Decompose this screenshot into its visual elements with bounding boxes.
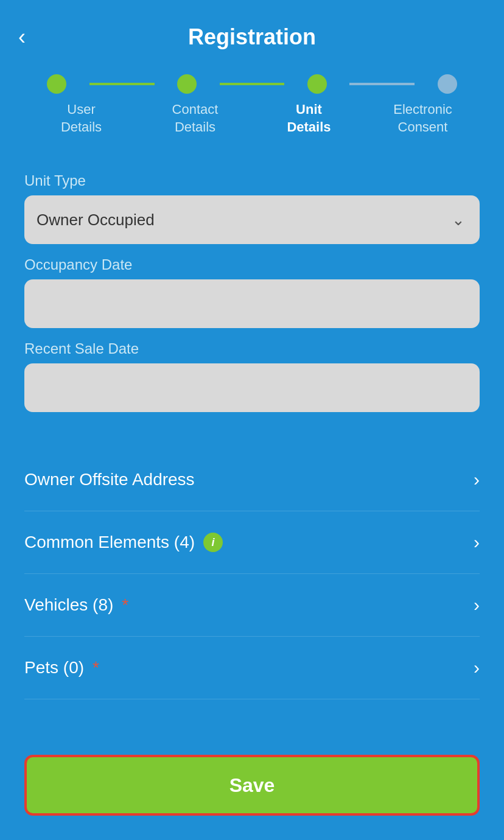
chevron-right-icon-4: ›	[474, 657, 480, 678]
form-content: Unit Type Owner Occupied Tenant Occupied…	[0, 154, 504, 436]
unit-type-label: Unit Type	[24, 172, 480, 189]
step-dot-4	[438, 74, 457, 94]
step-dot-1	[47, 74, 66, 94]
vehicles-label: Vehicles (8)	[24, 595, 113, 615]
save-button[interactable]: Save	[24, 755, 480, 816]
pets-row[interactable]: Pets (0) * ›	[24, 637, 480, 699]
nav-rows-section: Owner Offsite Address › Common Elements …	[0, 436, 504, 699]
chevron-right-icon-2: ›	[474, 532, 480, 553]
stepper-labels: UserDetails ContactDetails UnitDetails E…	[24, 101, 480, 136]
header: ‹ Registration	[0, 0, 504, 62]
step-label-3: UnitDetails	[252, 101, 366, 136]
vehicles-row[interactable]: Vehicles (8) * ›	[24, 574, 480, 637]
recent-sale-date-input[interactable]	[24, 363, 480, 412]
pets-label: Pets (0)	[24, 658, 84, 677]
stepper-track	[24, 74, 480, 94]
step-dot-3	[307, 74, 327, 94]
common-elements-row[interactable]: Common Elements (4) i ›	[24, 511, 480, 574]
common-elements-label: Common Elements (4)	[24, 533, 195, 552]
chevron-right-icon: ›	[474, 469, 480, 490]
step-label-1: UserDetails	[24, 101, 138, 136]
step-3	[284, 74, 349, 94]
vehicles-required-star: *	[122, 595, 128, 615]
back-button[interactable]: ‹	[18, 26, 26, 48]
recent-sale-date-label: Recent Sale Date	[24, 340, 480, 357]
chevron-right-icon-3: ›	[474, 595, 480, 615]
step-4	[415, 74, 480, 94]
pets-required-star: *	[93, 658, 99, 677]
step-line-1	[89, 83, 155, 85]
unit-type-select[interactable]: Owner Occupied Tenant Occupied Vacant	[24, 195, 480, 244]
step-line-3	[349, 83, 415, 85]
occupancy-date-label: Occupancy Date	[24, 256, 480, 273]
owner-offsite-address-row[interactable]: Owner Offsite Address ›	[24, 449, 480, 511]
unit-type-select-wrapper: Owner Occupied Tenant Occupied Vacant ⌄	[24, 195, 480, 244]
occupancy-date-input[interactable]	[24, 279, 480, 328]
owner-offsite-address-label: Owner Offsite Address	[24, 470, 195, 489]
page-title: Registration	[188, 24, 316, 50]
step-dot-2	[177, 74, 197, 94]
step-label-2: ContactDetails	[138, 101, 252, 136]
step-1	[24, 74, 89, 94]
progress-stepper: UserDetails ContactDetails UnitDetails E…	[0, 62, 504, 154]
save-button-wrapper: Save	[0, 755, 504, 840]
step-label-4: ElectronicConsent	[366, 101, 480, 136]
info-icon: i	[203, 533, 223, 552]
step-2	[155, 74, 220, 94]
step-line-2	[220, 83, 285, 85]
